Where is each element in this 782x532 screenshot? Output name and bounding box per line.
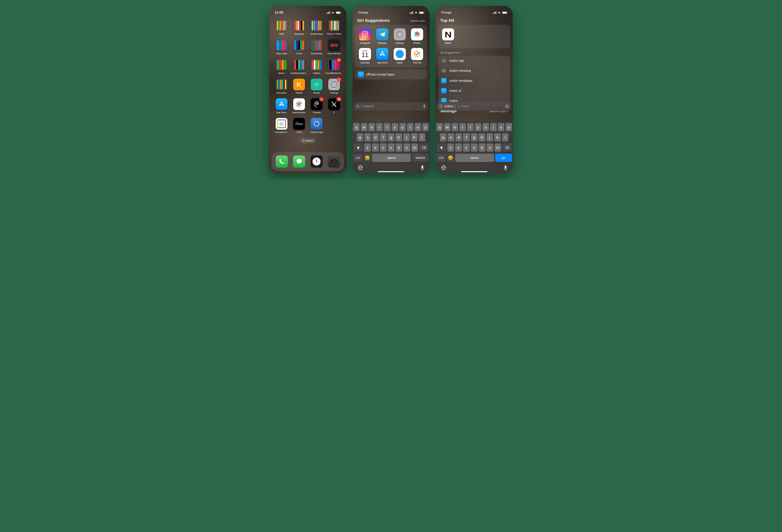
key-a[interactable]: a bbox=[357, 133, 363, 142]
sugg-app-instagram[interactable]: Instagram bbox=[356, 28, 374, 46]
key-return[interactable]: go bbox=[495, 154, 512, 162]
key-x[interactable]: x bbox=[372, 144, 379, 152]
key-c[interactable]: c bbox=[463, 144, 470, 152]
key-o[interactable]: o bbox=[498, 123, 504, 131]
mic-icon[interactable] bbox=[423, 104, 426, 108]
key-o[interactable]: o bbox=[415, 123, 421, 131]
key-u[interactable]: u bbox=[399, 123, 406, 131]
key-j[interactable]: j bbox=[487, 133, 493, 142]
globe-icon[interactable] bbox=[441, 165, 446, 170]
app-settings[interactable]: 1Settings bbox=[325, 78, 343, 98]
home-indicator[interactable] bbox=[461, 171, 488, 172]
key-shift[interactable] bbox=[354, 144, 363, 152]
key-v[interactable]: v bbox=[471, 144, 477, 152]
key-v[interactable]: v bbox=[388, 144, 394, 152]
siri-row-notion-app[interactable]: notion app› bbox=[438, 56, 510, 66]
key-return[interactable]: search bbox=[412, 154, 429, 162]
app-threads[interactable]: 1Threads bbox=[308, 98, 325, 117]
key-x[interactable]: x bbox=[455, 144, 462, 152]
key-w[interactable]: w bbox=[361, 123, 367, 131]
key-e[interactable]: e bbox=[452, 123, 458, 131]
key-t[interactable]: t bbox=[384, 123, 390, 131]
sugg-app-settings[interactable]: Settings bbox=[391, 28, 408, 46]
sugg-app-photos[interactable]: Photos bbox=[408, 28, 426, 46]
dock-app-phone[interactable] bbox=[276, 155, 288, 168]
key-123[interactable]: 123 bbox=[436, 154, 446, 162]
globe-icon[interactable] bbox=[358, 165, 363, 170]
search-input[interactable]: notion — Open ✕ bbox=[437, 102, 511, 110]
key-i[interactable]: i bbox=[407, 123, 414, 131]
key-123[interactable]: 123 bbox=[353, 154, 363, 162]
key-f[interactable]: f bbox=[380, 133, 386, 142]
dictate-icon[interactable] bbox=[504, 165, 507, 170]
folder-voice-memos[interactable]: Voice Memos bbox=[325, 39, 343, 58]
key-d[interactable]: d bbox=[455, 133, 462, 142]
siri-row-notion-templates[interactable]: notion templates bbox=[438, 76, 510, 86]
clear-icon[interactable]: ✕ bbox=[505, 104, 509, 108]
key-backspace[interactable] bbox=[502, 144, 512, 152]
sugg-app-telegram[interactable]: Telegram bbox=[374, 28, 391, 46]
folder-video-calls[interactable]: Video calls bbox=[273, 39, 290, 58]
search-input[interactable]: Search bbox=[354, 102, 428, 110]
key-space[interactable]: space bbox=[455, 154, 494, 162]
app-mindly[interactable]: ⁘Mindly bbox=[308, 78, 325, 98]
app-x[interactable]: 19X bbox=[325, 98, 343, 117]
key-n[interactable]: n bbox=[487, 144, 493, 152]
key-b[interactable]: b bbox=[479, 144, 486, 152]
folder-healthcare-fit-[interactable]: Healthcare&Fit... bbox=[290, 58, 308, 78]
key-q[interactable]: q bbox=[353, 123, 360, 131]
key-z[interactable]: z bbox=[364, 144, 371, 152]
folder-music[interactable]: Music bbox=[273, 58, 290, 78]
key-s[interactable]: s bbox=[448, 133, 454, 142]
key-y[interactable]: y bbox=[475, 123, 482, 131]
dock-app-camera[interactable] bbox=[328, 155, 340, 168]
dock-app-clock[interactable] bbox=[311, 155, 323, 168]
key-emoji[interactable]: 😀 bbox=[364, 154, 371, 162]
key-l[interactable]: l bbox=[502, 133, 508, 142]
key-k[interactable]: k bbox=[494, 133, 501, 142]
key-m[interactable]: m bbox=[495, 144, 501, 152]
dictate-icon[interactable] bbox=[421, 165, 424, 170]
app-app-store[interactable]: App Store bbox=[273, 98, 290, 117]
key-e[interactable]: e bbox=[368, 123, 375, 131]
key-a[interactable]: a bbox=[440, 133, 446, 142]
key-backspace[interactable] bbox=[419, 144, 429, 152]
key-h[interactable]: h bbox=[395, 133, 402, 142]
key-f[interactable]: f bbox=[463, 133, 469, 142]
folder-kids[interactable]: Kids bbox=[273, 19, 290, 39]
key-g[interactable]: g bbox=[471, 133, 477, 142]
home-indicator[interactable] bbox=[378, 171, 404, 172]
app-cleaner-app[interactable]: Cleaner-App bbox=[308, 117, 325, 137]
key-h[interactable]: h bbox=[478, 133, 485, 142]
app-flow[interactable]: FlowFlow bbox=[290, 117, 308, 137]
key-t[interactable]: t bbox=[467, 123, 473, 131]
key-g[interactable]: g bbox=[388, 133, 394, 142]
sugg-app-app-store[interactable]: App Store bbox=[374, 47, 391, 66]
key-m[interactable]: m bbox=[411, 144, 418, 152]
key-space[interactable]: space bbox=[372, 154, 411, 162]
key-l[interactable]: l bbox=[419, 133, 425, 142]
key-s[interactable]: s bbox=[364, 133, 371, 142]
key-j[interactable]: j bbox=[403, 133, 410, 142]
key-u[interactable]: u bbox=[483, 123, 489, 131]
key-k[interactable]: k bbox=[411, 133, 418, 142]
folder-photo-video[interactable]: Photo & Video bbox=[325, 19, 343, 39]
sugg-app-safari[interactable]: Safari bbox=[391, 47, 408, 66]
folder-travel[interactable]: Travel bbox=[290, 39, 308, 58]
key-r[interactable]: r bbox=[459, 123, 466, 131]
key-p[interactable]: p bbox=[422, 123, 429, 131]
key-w[interactable]: w bbox=[444, 123, 451, 131]
key-shift[interactable] bbox=[437, 144, 446, 152]
folder-productivity[interactable]: Productivity bbox=[308, 39, 325, 58]
key-q[interactable]: q bbox=[436, 123, 443, 131]
app-googlecal-[interactable]: 31GoogleCal... bbox=[273, 117, 290, 137]
sugg-app-ticktick[interactable]: TickTick bbox=[408, 47, 426, 66]
key-p[interactable]: p bbox=[505, 123, 512, 131]
siri-row-notion-meaning[interactable]: notion meaning› bbox=[438, 66, 510, 76]
key-y[interactable]: y bbox=[392, 123, 398, 131]
key-n[interactable]: n bbox=[403, 144, 410, 152]
dock-app-messages[interactable] bbox=[293, 155, 305, 168]
home-search-pill[interactable]: Search bbox=[300, 138, 316, 144]
key-emoji[interactable]: 😀 bbox=[447, 154, 454, 162]
key-z[interactable]: z bbox=[447, 144, 454, 152]
